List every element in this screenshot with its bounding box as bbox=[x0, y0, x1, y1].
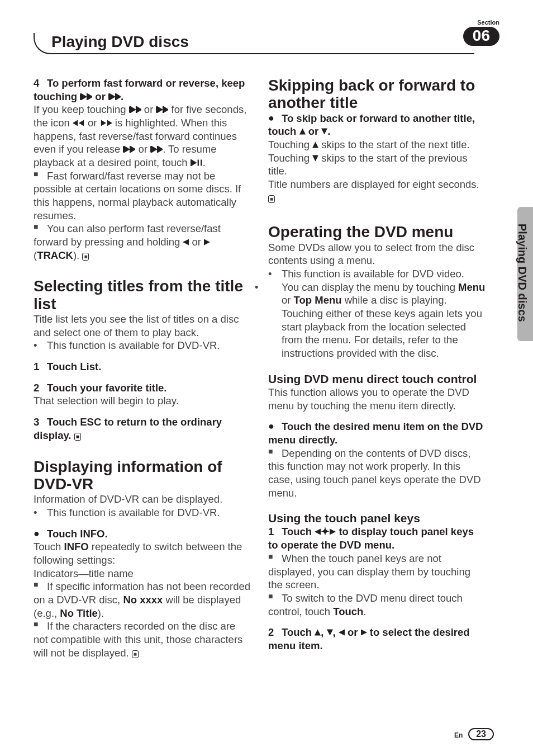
end-mark-icon: ■ bbox=[132, 650, 139, 658]
dot-bullet-icon: • bbox=[268, 281, 282, 294]
heading-direct-touch: Using DVD menu direct touch control bbox=[268, 372, 486, 386]
up-down-icons: or bbox=[299, 125, 328, 137]
section-number-badge: 06 bbox=[463, 27, 499, 46]
square-bullet-icon: ■ bbox=[268, 447, 282, 457]
dot-bullet-icon: • bbox=[34, 339, 47, 352]
end-mark-icon: ■ bbox=[82, 253, 89, 261]
heading-skipping: Skipping back or forward to another titl… bbox=[268, 77, 486, 112]
dot-bullet-icon: • bbox=[268, 267, 282, 281]
end-mark-icon: ■ bbox=[268, 195, 275, 203]
page-number: 23 bbox=[468, 728, 494, 740]
chapter-title: Playing DVD discs bbox=[34, 33, 463, 54]
arrow-keys-icons: , , or bbox=[315, 626, 367, 638]
end-mark-icon: ■ bbox=[74, 433, 81, 441]
footer-lang: En bbox=[454, 731, 463, 739]
heading-selecting-titles: Selecting titles from the title list bbox=[34, 277, 251, 313]
square-bullet-icon: ■ bbox=[34, 580, 47, 590]
skip-icons: or bbox=[129, 103, 169, 115]
left-column: 4To perform fast forward or reverse, kee… bbox=[34, 77, 251, 659]
section-label: Section bbox=[463, 19, 499, 26]
dot-bullet-icon: • bbox=[34, 506, 47, 519]
skip-icons-2: or bbox=[123, 143, 163, 155]
heading-operating-menu: Operating the DVD menu bbox=[268, 223, 486, 240]
play-pause-icon bbox=[191, 157, 203, 168]
big-bullet-icon: ● bbox=[34, 527, 47, 540]
square-bullet-icon: ■ bbox=[34, 222, 47, 232]
square-bullet-icon: ■ bbox=[34, 169, 47, 179]
down-icon bbox=[312, 152, 318, 164]
page-header: Playing DVD discs Section 06 bbox=[34, 19, 499, 54]
right-column: Skipping back or forward to another titl… bbox=[268, 77, 486, 659]
big-bullet-icon: ● bbox=[268, 420, 282, 433]
left-right-icons: or bbox=[183, 236, 210, 248]
prev-icon: or bbox=[80, 91, 121, 102]
up-icon bbox=[312, 139, 318, 150]
heading-touch-panel-keys: Using the touch panel keys bbox=[268, 512, 486, 525]
big-bullet-icon: ● bbox=[268, 112, 282, 125]
side-tab-label: Playing DVD discs bbox=[516, 224, 529, 322]
square-bullet-icon: ■ bbox=[268, 592, 282, 602]
page-footer: En 23 bbox=[454, 729, 494, 739]
square-bullet-icon: ■ bbox=[34, 620, 47, 630]
left-center-right-icons: ✦ bbox=[315, 526, 336, 537]
heading-displaying-info: Displaying information of DVD-VR bbox=[34, 458, 251, 493]
rew-ff-icons: or bbox=[73, 117, 112, 129]
square-bullet-icon: ■ bbox=[268, 552, 282, 562]
